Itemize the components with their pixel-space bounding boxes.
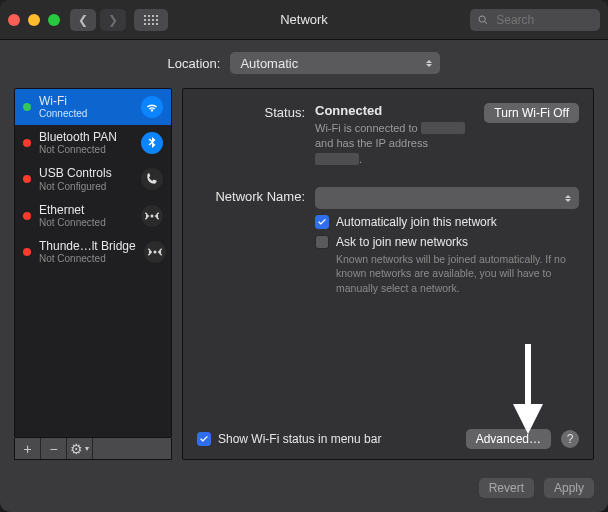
remove-service-button[interactable]: − xyxy=(41,438,67,459)
apply-button[interactable]: Apply xyxy=(544,478,594,498)
menubar-label: Show Wi-Fi status in menu bar xyxy=(218,432,381,446)
network-name-label: Network Name: xyxy=(197,187,305,209)
status-dot xyxy=(23,212,31,220)
service-actions-button[interactable]: ⚙︎▾ xyxy=(67,438,93,459)
annotation-arrow xyxy=(513,344,543,437)
help-button[interactable]: ? xyxy=(561,430,579,448)
svg-point-13 xyxy=(151,215,153,217)
service-name: Wi-Fi xyxy=(39,95,133,108)
close-window[interactable] xyxy=(8,14,20,26)
ask-join-hint: Known networks will be joined automatica… xyxy=(336,252,579,295)
status-dot xyxy=(23,103,31,111)
location-label: Location: xyxy=(168,56,221,71)
check-icon xyxy=(317,217,327,227)
auto-join-label: Automatically join this network xyxy=(336,215,497,229)
ethernet-icon xyxy=(144,241,166,263)
location-popup[interactable]: Automatic xyxy=(230,52,440,74)
minimize-window[interactable] xyxy=(28,14,40,26)
gear-icon: ⚙︎ xyxy=(70,441,83,457)
svg-rect-18 xyxy=(525,344,531,409)
forward-button: ❯ xyxy=(100,9,126,31)
footer: Revert Apply xyxy=(0,470,608,512)
sidebar-item-ethernet[interactable]: EthernetNot Connected xyxy=(15,198,171,234)
svg-point-16 xyxy=(154,251,156,253)
sidebar-item-usb-controls[interactable]: USB ControlsNot Configured xyxy=(15,161,171,197)
bluetooth-icon xyxy=(141,132,163,154)
service-name: Thunde…lt Bridge xyxy=(39,240,136,253)
add-service-button[interactable]: + xyxy=(15,438,41,459)
nav-buttons: ❮ ❯ xyxy=(70,9,126,31)
ask-join-label: Ask to join new networks xyxy=(336,235,468,249)
status-dot xyxy=(23,139,31,147)
service-status: Not Configured xyxy=(39,181,133,192)
sidebar-item-bluetooth-pan[interactable]: Bluetooth PANNot Connected xyxy=(15,125,171,161)
menubar-checkbox[interactable]: Show Wi-Fi status in menu bar xyxy=(197,432,381,446)
search-field[interactable] xyxy=(470,9,600,31)
detail-panel: Status: Connected Wi-Fi is connected to … xyxy=(182,88,594,460)
svg-rect-10 xyxy=(152,23,154,25)
svg-rect-8 xyxy=(144,23,146,25)
svg-rect-5 xyxy=(148,19,150,21)
svg-rect-6 xyxy=(152,19,154,21)
status-dot xyxy=(23,175,31,183)
ethernet-icon xyxy=(141,205,163,227)
check-icon xyxy=(199,434,209,444)
service-name: Ethernet xyxy=(39,204,133,217)
phone-icon xyxy=(141,168,163,190)
search-input[interactable] xyxy=(494,12,592,28)
status-dot xyxy=(23,248,31,256)
svg-point-15 xyxy=(149,251,151,253)
sidebar-item-thunde-lt-bridge[interactable]: Thunde…lt BridgeNot Connected xyxy=(15,234,171,270)
sidebar: Wi-FiConnectedBluetooth PANNot Connected… xyxy=(14,88,172,460)
sidebar-tools: + − ⚙︎▾ xyxy=(14,438,172,460)
svg-rect-4 xyxy=(144,19,146,21)
status-value: Connected xyxy=(315,103,474,118)
sidebar-item-wi-fi[interactable]: Wi-FiConnected xyxy=(15,89,171,125)
show-all-button[interactable] xyxy=(134,9,168,31)
back-button[interactable]: ❮ xyxy=(70,9,96,31)
service-status: Not Connected xyxy=(39,217,133,228)
svg-rect-0 xyxy=(144,15,146,17)
body: Wi-FiConnectedBluetooth PANNot Connected… xyxy=(0,82,608,470)
stepper-icon xyxy=(422,52,436,74)
network-name-popup[interactable] xyxy=(315,187,579,209)
svg-rect-7 xyxy=(156,19,158,21)
zoom-window[interactable] xyxy=(48,14,60,26)
svg-rect-2 xyxy=(152,15,154,17)
location-value: Automatic xyxy=(240,56,298,71)
svg-rect-3 xyxy=(156,15,158,17)
titlebar: ❮ ❯ Network xyxy=(0,0,608,40)
search-icon xyxy=(478,14,488,26)
location-row: Location: Automatic xyxy=(0,40,608,82)
service-name: USB Controls xyxy=(39,167,133,180)
status-label: Status: xyxy=(197,103,305,167)
service-status: Connected xyxy=(39,108,133,119)
wifi-toggle-button[interactable]: Turn Wi-Fi Off xyxy=(484,103,579,123)
ask-join-checkbox[interactable]: Ask to join new networks xyxy=(315,235,579,249)
traffic-lights xyxy=(8,14,60,26)
status-description: Wi-Fi is connected to xxxxxxxx and has t… xyxy=(315,121,474,167)
auto-join-checkbox[interactable]: Automatically join this network xyxy=(315,215,579,229)
service-status: Not Connected xyxy=(39,144,133,155)
wifi-icon xyxy=(141,96,163,118)
service-list[interactable]: Wi-FiConnectedBluetooth PANNot Connected… xyxy=(14,88,172,438)
stepper-icon xyxy=(561,187,575,209)
svg-point-14 xyxy=(156,215,158,217)
grid-icon xyxy=(144,15,158,25)
svg-rect-9 xyxy=(148,23,150,25)
network-prefs-window: ❮ ❯ Network Location: Automatic Wi-FiCon… xyxy=(0,0,608,512)
service-status: Not Connected xyxy=(39,253,136,264)
svg-point-17 xyxy=(159,251,161,253)
svg-point-12 xyxy=(146,215,148,217)
service-name: Bluetooth PAN xyxy=(39,131,133,144)
svg-rect-1 xyxy=(148,15,150,17)
revert-button[interactable]: Revert xyxy=(479,478,534,498)
chevron-down-icon: ▾ xyxy=(85,444,89,453)
window-title: Network xyxy=(280,12,328,27)
svg-rect-11 xyxy=(156,23,158,25)
